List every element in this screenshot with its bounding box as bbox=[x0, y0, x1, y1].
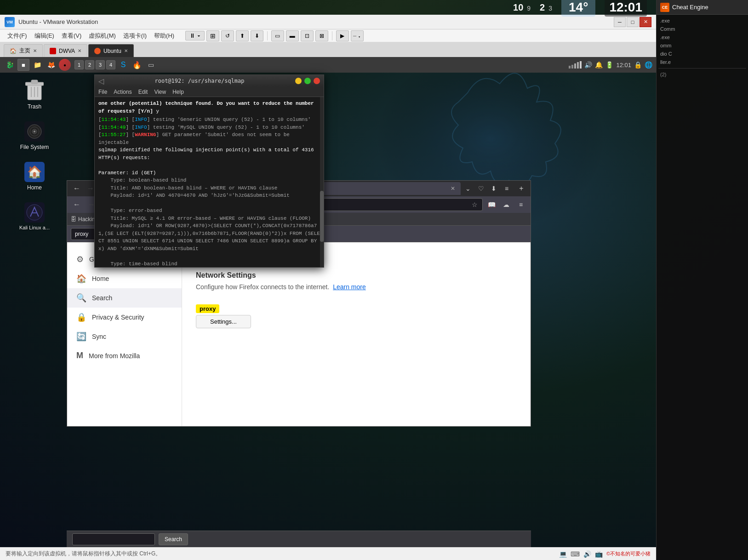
toolbar-vm-btn5[interactable]: ▭ bbox=[271, 30, 284, 41]
ce-item-6[interactable]: ller.e bbox=[658, 58, 746, 66]
ff-tab-save[interactable]: ⬇ bbox=[488, 183, 499, 194]
inner-btn-folder[interactable]: 📁 bbox=[31, 59, 43, 71]
term-menu-view[interactable]: View bbox=[154, 89, 166, 95]
filesystem-label: File System bbox=[20, 144, 49, 150]
term-menu-file[interactable]: File bbox=[98, 89, 107, 95]
proxy-settings-button[interactable]: Settings... bbox=[196, 315, 251, 328]
inner-btn-flame[interactable]: 🔥 bbox=[131, 59, 143, 71]
sidebar-item-more[interactable]: M More from Mozilla bbox=[67, 346, 182, 365]
num-btn-1[interactable]: 1 bbox=[74, 60, 84, 69]
close-button[interactable]: ✕ bbox=[640, 17, 651, 27]
ff-back-button[interactable]: ← bbox=[71, 183, 83, 194]
toolbar-vm-btn3[interactable]: ⬆ bbox=[236, 30, 249, 41]
ce-item-4[interactable]: omm bbox=[658, 41, 746, 50]
term-close-button[interactable] bbox=[314, 78, 320, 84]
inner-btn-box1[interactable]: ■ bbox=[17, 59, 29, 71]
ce-item-count: (2) bbox=[658, 70, 746, 79]
desktop-icon-filesystem[interactable]: File System bbox=[18, 121, 51, 150]
ce-item-2[interactable]: Comm bbox=[658, 25, 746, 33]
ff-reader-btn[interactable]: 📖 bbox=[485, 199, 497, 211]
menu-file[interactable]: 文件(F) bbox=[4, 30, 31, 41]
num-btn-4[interactable]: 4 bbox=[106, 60, 115, 69]
menu-help[interactable]: 帮助(H) bbox=[150, 30, 178, 41]
home-sidebar-icon: 🏠 bbox=[76, 274, 86, 284]
ff-tab-close[interactable]: ✕ bbox=[451, 185, 455, 192]
tab-dwva[interactable]: DWVA ✕ bbox=[44, 44, 87, 57]
desktop-icon-kali[interactable]: Kali Linux a... bbox=[18, 202, 51, 230]
tab-home-close[interactable]: ✕ bbox=[33, 48, 37, 53]
tab-ubuntu[interactable]: Ubuntu ✕ bbox=[88, 44, 134, 57]
toolbar-vm-btn6[interactable]: ▬ bbox=[286, 30, 299, 41]
bottom-search-input[interactable] bbox=[72, 533, 155, 545]
desktop-icon-home[interactable]: 🏠 Home bbox=[18, 162, 51, 191]
menu-options[interactable]: 选项卡(I) bbox=[120, 30, 150, 41]
inner-btn-term2[interactable]: ▭ bbox=[145, 59, 157, 71]
status-icon-3: 🔊 bbox=[583, 550, 591, 558]
proxy-settings-container: proxy Settings... bbox=[196, 304, 251, 328]
term-line-9: Type: error-based bbox=[98, 207, 320, 215]
inner-btn-firefox[interactable]: 🦊 bbox=[45, 59, 57, 71]
ff-tab-heart[interactable]: ♡ bbox=[475, 183, 486, 194]
term-menu-edit[interactable]: Edit bbox=[138, 89, 148, 95]
ce-logo: CE bbox=[660, 3, 669, 12]
ce-item-1[interactable]: .exe bbox=[658, 17, 746, 25]
inner-btn-circle[interactable]: ● bbox=[59, 59, 71, 71]
menu-view[interactable]: 查看(V) bbox=[58, 30, 85, 41]
terminal-content[interactable]: one other (potential) technique found. D… bbox=[95, 97, 324, 267]
vmware-titlebar: VM Ubuntu - VMware Workstation ─ □ ✕ bbox=[0, 15, 656, 29]
bookmark-star[interactable]: ☆ bbox=[472, 201, 478, 208]
desktop-top-overlay: 10 9 2 3 14° 12:01 bbox=[184, 0, 656, 15]
toolbar-vm-btn8[interactable]: ⊠ bbox=[315, 30, 328, 41]
ce-item-3[interactable]: .exe bbox=[658, 33, 746, 41]
term-menu-help[interactable]: Help bbox=[172, 89, 184, 95]
ff-overflow-btn[interactable]: ≡ bbox=[515, 199, 527, 211]
toolbar-vm-btn2[interactable]: ↺ bbox=[221, 30, 234, 41]
toolbar-pause-button[interactable]: ⏸ ▾ bbox=[185, 31, 205, 40]
terminal-scrollbar-thumb[interactable] bbox=[320, 191, 324, 242]
battery-btn[interactable]: 🔋 bbox=[605, 61, 613, 69]
toolbar-vm-btn1[interactable]: ⊞ bbox=[206, 30, 219, 41]
toolbar-vm-btn4[interactable]: ⬇ bbox=[251, 30, 263, 41]
tab-ubuntu-close[interactable]: ✕ bbox=[124, 48, 128, 53]
lock-btn[interactable]: 🔒 bbox=[634, 61, 642, 69]
speaker-btn[interactable]: 🔊 bbox=[584, 61, 592, 69]
minimize-button[interactable]: ─ bbox=[614, 17, 626, 27]
desktop-icon-trash[interactable]: Trash bbox=[18, 79, 51, 110]
mozilla-icon: M bbox=[76, 351, 83, 360]
inner-btn-s[interactable]: S bbox=[117, 59, 129, 71]
menu-edit[interactable]: 编辑(E) bbox=[31, 30, 58, 41]
ff-nav-back[interactable]: ← bbox=[71, 199, 83, 211]
ce-item-5[interactable]: dio C bbox=[658, 50, 746, 58]
term-max-button[interactable] bbox=[304, 78, 311, 84]
term-line-1: [11:54:43] [INFO] testing 'Generic UNION… bbox=[98, 116, 320, 124]
sidebar-item-home[interactable]: 🏠 Home bbox=[67, 269, 182, 288]
term-menu-actions[interactable]: Actions bbox=[114, 89, 131, 95]
term-min-button[interactable] bbox=[295, 78, 302, 84]
menu-vm[interactable]: 虚拟机(M) bbox=[85, 30, 120, 41]
num-btn-3[interactable]: 3 bbox=[96, 60, 105, 69]
tab-dwva-label: DWVA bbox=[59, 48, 75, 54]
chrome-btn[interactable]: 🌐 bbox=[645, 61, 652, 69]
num-btn-2[interactable]: 2 bbox=[85, 60, 94, 69]
proxy-badge: proxy bbox=[196, 304, 219, 313]
terminal-scrollbar[interactable] bbox=[320, 97, 324, 267]
ff-tab-dropdown[interactable]: ⌄ bbox=[463, 183, 474, 194]
toolbar-vm-btn7[interactable]: ⊡ bbox=[301, 30, 314, 41]
bottom-search-button[interactable]: Search bbox=[159, 533, 188, 545]
inner-btn-kali[interactable]: 🐉 bbox=[4, 59, 16, 71]
sidebar-item-search[interactable]: 🔍 Search bbox=[67, 288, 182, 308]
term-line-2: [11:54:49] [INFO] testing 'MySQL UNION q… bbox=[98, 124, 320, 131]
bell-btn[interactable]: 🔔 bbox=[595, 61, 603, 69]
tab-home[interactable]: 🏠 主页 ✕ bbox=[4, 44, 43, 57]
toolbar-vm-btn10[interactable]: ⏤ ▾ bbox=[351, 30, 364, 41]
maximize-button[interactable]: □ bbox=[627, 17, 639, 27]
sidebar-item-sync[interactable]: 🔄 Sync bbox=[67, 327, 182, 346]
ff-tab-menu[interactable]: ≡ bbox=[501, 183, 512, 194]
ubuntu-left-icons: Trash File System 🏠 Home bbox=[18, 79, 51, 230]
tab-dwva-close[interactable]: ✕ bbox=[78, 48, 81, 53]
learn-more-link[interactable]: Learn more bbox=[333, 283, 366, 291]
ff-add-tab-btn[interactable]: + bbox=[516, 183, 527, 194]
toolbar-vm-btn9[interactable]: ▶ bbox=[336, 30, 349, 41]
ff-sync-btn[interactable]: ☁ bbox=[500, 199, 512, 211]
sidebar-item-privacy[interactable]: 🔒 Privacy & Security bbox=[67, 308, 182, 327]
